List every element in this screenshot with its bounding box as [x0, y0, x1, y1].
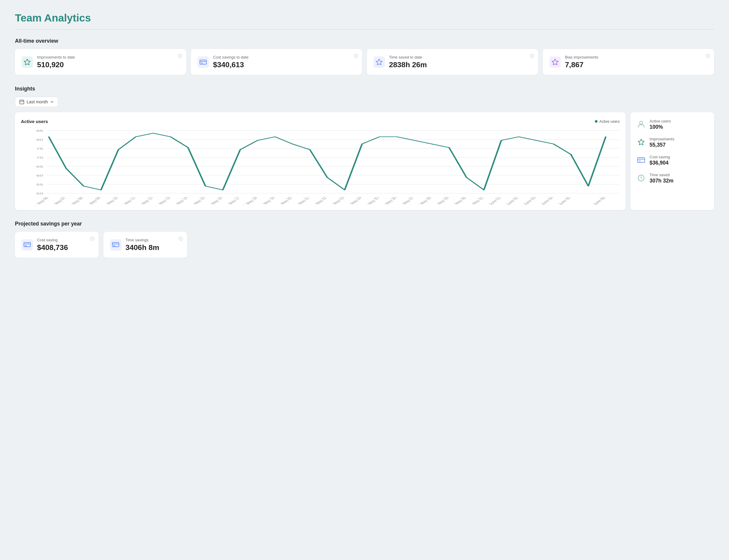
svg-point-58 [640, 121, 643, 124]
bias-icon [550, 56, 561, 68]
svg-marker-59 [638, 139, 644, 145]
svg-rect-67 [112, 243, 119, 247]
projected-time-label: Time savings [125, 238, 159, 242]
svg-text:55: 55 [36, 183, 43, 186]
stat-cost-saving-value: $36,904 [650, 160, 670, 166]
svg-text:Fri, May 13: Fri, May 13 [152, 197, 172, 205]
improvements-label: Improvements to date [37, 55, 75, 59]
info-icon-proj-time[interactable]: ⓘ [179, 236, 183, 242]
time-saved-value: 2838h 26m [389, 61, 427, 69]
overview-cards: ⓘ Improvements to date 510,920 ⓘ [15, 49, 714, 75]
svg-rect-64 [24, 243, 30, 247]
time-saved-icon [374, 56, 385, 68]
svg-marker-5 [552, 59, 558, 65]
card-bias: ⓘ Bias improvements 7,867 [543, 49, 714, 75]
stats-card: Active users 100% Improvements 55,357 [630, 112, 714, 210]
svg-text:80: 80 [36, 138, 43, 141]
svg-text:85: 85 [36, 129, 43, 132]
info-icon-bias[interactable]: ⓘ [706, 53, 710, 59]
chart-card: Active users Active users [15, 112, 626, 210]
svg-rect-60 [638, 158, 645, 162]
info-icon-improvements[interactable]: ⓘ [178, 53, 182, 59]
card-cost-savings: ⓘ Cost savings to date $340,613 [191, 49, 362, 75]
cost-savings-icon [197, 56, 209, 68]
info-icon-proj-cost[interactable]: ⓘ [90, 236, 94, 242]
clock-icon [636, 173, 646, 183]
stat-cost-saving-label: Cost saving [650, 155, 670, 159]
projected-title: Projected savings per year [15, 221, 714, 227]
dropdown-label: Last month [27, 99, 48, 104]
chart-area: 85 80 75 70 65 60 55 50 Fri, May 06 Sat,… [21, 128, 620, 205]
card-projected-time: ⓘ Time savings 3406h 8m [103, 232, 187, 258]
svg-text:Fri, May 20: Fri, May 20 [274, 197, 294, 205]
chart-title: Active users [21, 119, 48, 124]
calendar-icon [19, 99, 24, 104]
stat-active-users-label: Active users [650, 119, 671, 123]
svg-text:Fri, May 06: Fri, May 06 [30, 197, 50, 205]
projected-time-icon [110, 239, 121, 251]
insights-section: Insights Last month Active users Active … [15, 86, 714, 210]
projected-cards: ⓘ Cost saving $408,736 ⓘ [15, 232, 714, 258]
svg-text:60: 60 [36, 174, 43, 177]
person-icon [636, 119, 646, 129]
projected-section: Projected savings per year ⓘ Cost saving… [15, 221, 714, 258]
chevron-down-icon [50, 100, 54, 104]
stat-cost-saving: Cost saving $36,904 [636, 155, 708, 166]
improvements-value: 510,920 [37, 61, 75, 69]
svg-marker-0 [24, 59, 30, 65]
stat-time-saved-value: 307h 32m [650, 178, 673, 184]
date-range-dropdown[interactable]: Last month [15, 97, 58, 107]
svg-text:Sat, May 14: Sat, May 14 [169, 197, 189, 205]
svg-text:70: 70 [36, 156, 43, 159]
bias-value: 7,867 [565, 61, 598, 69]
projected-time-value: 3406h 8m [125, 243, 159, 252]
cost-savings-value: $340,613 [213, 61, 248, 69]
stat-time-saved-label: Time saved [650, 173, 673, 177]
legend-dot [595, 120, 598, 123]
cost-savings-label: Cost savings to date [213, 55, 248, 59]
projected-cost-icon [22, 239, 33, 251]
legend-label: Active users [599, 119, 620, 124]
projected-cost-label: Cost saving [37, 238, 68, 242]
stat-active-users: Active users 100% [636, 119, 708, 130]
bias-label: Bias improvements [565, 55, 598, 59]
svg-text:Fri, June 03: Fri, June 03 [517, 197, 537, 205]
insights-title: Insights [15, 86, 714, 92]
svg-text:Mon, June 06: Mon, June 06 [584, 197, 607, 205]
svg-text:Sat, May 28: Sat, May 28 [413, 197, 433, 205]
credit-card-icon-stat [636, 155, 646, 165]
svg-rect-6 [20, 100, 24, 104]
overview-title: All-time overview [15, 38, 714, 44]
improvements-icon [22, 56, 33, 68]
svg-text:Fri, May 27: Fri, May 27 [396, 197, 415, 205]
svg-rect-1 [200, 60, 206, 64]
overview-section: All-time overview ⓘ Improvements to date… [15, 38, 714, 75]
card-projected-cost: ⓘ Cost saving $408,736 [15, 232, 99, 258]
svg-text:Sat, May 07: Sat, May 07 [47, 197, 67, 205]
svg-marker-4 [376, 59, 382, 65]
chart-legend: Active users [595, 119, 620, 124]
star-icon-stat [636, 137, 646, 147]
card-time-saved: ⓘ Time saved to date 2838h 26m [367, 49, 538, 75]
info-icon-time[interactable]: ⓘ [530, 53, 534, 59]
stat-improvements: Improvements 55,357 [636, 137, 708, 148]
svg-text:50: 50 [36, 192, 43, 195]
stat-time-saved: Time saved 307h 32m [636, 173, 708, 184]
info-icon-cost[interactable]: ⓘ [354, 53, 358, 59]
projected-cost-value: $408,736 [37, 243, 68, 252]
svg-text:Sat, May 21: Sat, May 21 [291, 197, 311, 205]
time-saved-label: Time saved to date [389, 55, 427, 59]
card-improvements: ⓘ Improvements to date 510,920 [15, 49, 186, 75]
insights-grid: Active users Active users [15, 112, 714, 210]
title-divider [15, 29, 714, 30]
svg-text:65: 65 [36, 165, 43, 168]
svg-text:75: 75 [36, 147, 43, 150]
page-title: Team Analytics [15, 12, 714, 24]
chart-svg: 85 80 75 70 65 60 55 50 Fri, May 06 Sat,… [21, 128, 620, 205]
stat-improvements-value: 55,357 [650, 142, 674, 148]
stat-active-users-value: 100% [650, 124, 671, 130]
stat-improvements-label: Improvements [650, 137, 674, 141]
